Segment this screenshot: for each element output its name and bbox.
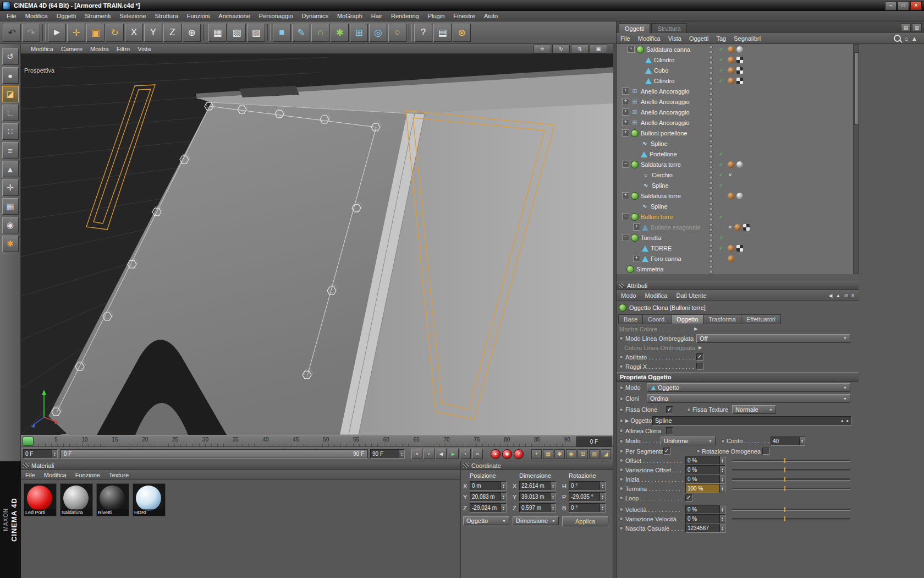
nascita-casuale-field[interactable]: 1234567: [685, 524, 725, 533]
keyframe-dot-icon[interactable]: [619, 526, 623, 530]
attr-menu-item[interactable]: Dati Utente: [672, 292, 711, 299]
tree-item[interactable]: + Saldatura canna ✓: [617, 44, 853, 54]
modo-linea-dropdown[interactable]: Off: [696, 334, 850, 343]
start-frame-field[interactable]: 0 F: [23, 449, 58, 459]
coords-object-dropdown[interactable]: Oggetto: [463, 516, 509, 525]
spinner[interactable]: [600, 482, 605, 490]
search-icon[interactable]: [894, 35, 901, 42]
menu-item[interactable]: Hair: [367, 13, 387, 19]
texture-mode-icon[interactable]: ◪: [2, 86, 19, 102]
tree-item[interactable]: − Torretta ✓: [617, 232, 853, 243]
close-button[interactable]: ✕: [910, 1, 922, 10]
scroll-up-icon[interactable]: ▲: [911, 35, 917, 42]
offset-slider[interactable]: [732, 460, 850, 462]
expander-icon[interactable]: +: [633, 223, 640, 231]
playback-button[interactable]: ◄: [436, 449, 447, 459]
tree-item[interactable]: + Saldatura torre: [617, 190, 853, 201]
tree-item[interactable]: Portellone ✓: [617, 149, 853, 159]
tree-item[interactable]: Spline: [617, 138, 853, 149]
keyframe-dot-icon[interactable]: [619, 517, 623, 521]
visibility-dots[interactable]: [709, 97, 713, 106]
spinner[interactable]: [550, 504, 556, 512]
expand-arrow-icon[interactable]: ▶: [625, 418, 629, 423]
materials-menu-item[interactable]: File: [21, 472, 40, 478]
timeline-tool-button[interactable]: ◢: [601, 449, 611, 459]
timeline-tool-button[interactable]: ▥: [589, 449, 600, 459]
camera-rotate-icon[interactable]: ↻: [552, 45, 570, 53]
expander-icon[interactable]: −: [622, 234, 629, 241]
spinner[interactable]: [719, 524, 725, 532]
material-tag-icon[interactable]: [728, 67, 734, 74]
tree-item[interactable]: + Bulloni portellone: [617, 128, 853, 138]
modo2-dropdown[interactable]: Uniforme: [661, 437, 716, 445]
menu-item[interactable]: Aiuto: [480, 13, 502, 19]
material-thumbnail[interactable]: HDRI: [133, 483, 166, 516]
tab-base[interactable]: Base: [618, 314, 642, 324]
spinner[interactable]: [719, 515, 725, 523]
keyframe-dot-icon[interactable]: [687, 408, 691, 412]
rot-p-field[interactable]: -29.035 °: [569, 492, 606, 501]
panel-grip[interactable]: [23, 463, 29, 468]
view-maximize-icon[interactable]: ▣: [590, 45, 607, 53]
view-label[interactable]: Prospettiva: [24, 67, 54, 74]
om-menu-item[interactable]: Modifica: [634, 35, 664, 42]
maximize-button[interactable]: □: [898, 1, 909, 10]
spinner[interactable]: [501, 504, 506, 512]
variazione-velocita-slider[interactable]: [732, 518, 850, 520]
c4d-logo-icon[interactable]: ✱: [2, 236, 19, 252]
make-editable-icon[interactable]: ↺: [2, 48, 19, 65]
clear-link-icon[interactable]: ●: [846, 418, 849, 423]
end-frame-field[interactable]: 90 F: [370, 449, 405, 459]
axis-x-lock-icon[interactable]: X: [125, 24, 143, 42]
scrollbar-thumb[interactable]: [854, 52, 859, 125]
material-tag-icon[interactable]: [728, 255, 734, 262]
expander-icon[interactable]: +: [622, 108, 629, 116]
enabled-check-icon[interactable]: ✓: [719, 182, 723, 188]
keyframe-dot-icon[interactable]: [619, 508, 623, 511]
add-mograph-icon[interactable]: ✱: [331, 24, 349, 42]
viewport-canvas[interactable]: Prospettiva: [21, 54, 613, 435]
dim-z-field[interactable]: 0.597 m: [519, 503, 556, 512]
materials-menu-item[interactable]: Texture: [105, 472, 133, 478]
tree-item[interactable]: Simmetria: [617, 264, 853, 274]
visibility-dots[interactable]: [709, 265, 713, 274]
slider-handle[interactable]: [784, 516, 785, 521]
visibility-dots[interactable]: [709, 212, 713, 221]
tree-item[interactable]: + Anello Ancoraggio: [617, 117, 853, 128]
visibility-dots[interactable]: [709, 171, 713, 179]
current-frame-display[interactable]: 0 F: [576, 437, 612, 446]
tree-item[interactable]: − Saldatura torre ✓: [617, 159, 853, 170]
menu-item[interactable]: Oggetti: [52, 13, 80, 19]
panel-window-icon[interactable]: ▤: [901, 23, 911, 32]
keyframe-dot-icon[interactable]: [619, 408, 623, 412]
playback-button[interactable]: ›: [460, 449, 471, 459]
keyframe-dot-icon[interactable]: [721, 439, 725, 443]
playback-button[interactable]: ►: [448, 449, 459, 459]
current-frame-marker[interactable]: [23, 437, 34, 446]
keyframe-dot-icon[interactable]: [619, 364, 623, 368]
workplane-mode-icon[interactable]: ∟: [2, 105, 19, 121]
menu-item[interactable]: Strumenti: [80, 13, 115, 19]
om-menu-item[interactable]: File: [617, 35, 634, 42]
keyframe-dot-icon[interactable]: [619, 336, 623, 340]
section-proprieta-oggetto[interactable]: Proprietà Oggetto: [617, 372, 859, 382]
texture-tag-icon[interactable]: [736, 57, 743, 63]
move-icon[interactable]: ✛: [67, 24, 85, 42]
slider-handle[interactable]: [784, 477, 785, 482]
enabled-check-icon[interactable]: ✓: [719, 78, 723, 84]
spinner[interactable]: [719, 475, 725, 483]
pos-x-field[interactable]: 0 m: [470, 481, 507, 490]
keyframe-dot-icon[interactable]: [619, 429, 623, 433]
uvw-mode-icon[interactable]: ▦: [2, 198, 19, 215]
oggetto-link-field[interactable]: Spline ▲●: [652, 416, 851, 426]
om-menu-item[interactable]: Vista: [664, 35, 685, 42]
velocita-slider[interactable]: [732, 509, 850, 511]
slider-handle[interactable]: [784, 458, 785, 463]
spinner[interactable]: [600, 493, 605, 501]
inizia-field[interactable]: 0 %: [685, 475, 725, 484]
material-thumbnail[interactable]: Rivetti: [96, 483, 129, 516]
timeline-tool-button[interactable]: ⊞: [578, 449, 588, 459]
smoothing-tag-icon[interactable]: [736, 193, 743, 199]
timeline-tool-button[interactable]: ◉: [566, 449, 576, 459]
texture-tag-icon[interactable]: [736, 78, 743, 84]
